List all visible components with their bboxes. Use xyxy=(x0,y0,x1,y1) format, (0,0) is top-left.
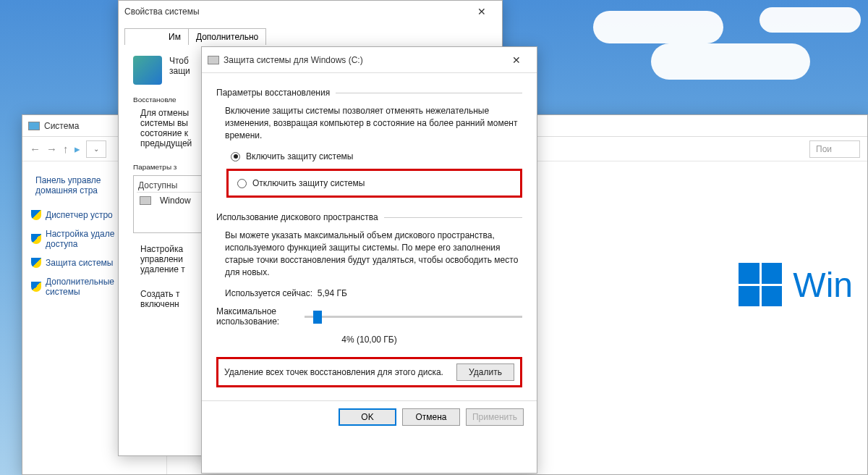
breadcrumb-dropdown[interactable]: ⌄ xyxy=(86,140,106,158)
protect-titlebar: Защита системы для Windows (C:) ✕ xyxy=(202,47,537,73)
search-input[interactable]: Пои xyxy=(809,140,860,158)
delete-restore-points-text: Удаление всех точек восстановления для э… xyxy=(224,367,449,377)
protect-title: Защита системы для Windows (C:) xyxy=(224,55,502,65)
windows-logo-icon xyxy=(739,263,782,306)
cancel-button[interactable]: Отмена xyxy=(402,408,460,426)
props-titlebar: Свойства системы ✕ xyxy=(119,1,502,22)
shield-icon xyxy=(31,258,41,268)
disk-usage-desc: Вы можете указать максимальный объем дис… xyxy=(225,230,522,278)
windows-text: Win xyxy=(793,265,853,305)
shield-icon xyxy=(31,282,41,292)
slider-thumb[interactable] xyxy=(313,311,322,324)
restore-params-label: Параметры восстановления xyxy=(216,88,330,98)
highlight-delete: Удаление всех точек восстановления для э… xyxy=(216,357,522,387)
delete-button[interactable]: Удалить xyxy=(456,363,514,381)
max-usage-label: Максимальное использование: xyxy=(216,306,296,327)
back-button[interactable]: ← xyxy=(30,143,41,155)
tab-name[interactable]: Им xyxy=(124,28,188,45)
system-protection-dialog: Защита системы для Windows (C:) ✕ Параме… xyxy=(201,46,537,474)
shield-icon xyxy=(31,210,41,220)
drive-icon xyxy=(140,196,151,205)
shield-icon xyxy=(31,234,41,244)
slider-value: 4% (10,00 ГБ) xyxy=(216,334,522,346)
max-usage-slider[interactable] xyxy=(305,316,522,318)
radio-icon xyxy=(237,179,247,188)
windows-logo-block: Win xyxy=(739,263,853,306)
props-desc: Чтоб защи xyxy=(169,56,190,85)
close-button[interactable]: ✕ xyxy=(467,6,496,17)
used-value: 5,94 ГБ xyxy=(318,288,347,298)
props-tabs: Им Дополнительно xyxy=(119,22,502,45)
tab-advanced[interactable]: Дополнительно xyxy=(188,28,266,45)
dialog-buttons: OK Отмена Применить xyxy=(202,400,537,433)
breadcrumb-icon: ▸ xyxy=(75,143,80,156)
used-label: Используется сейчас: xyxy=(225,288,312,298)
radio-icon xyxy=(231,152,240,161)
props-title: Свойства системы xyxy=(124,7,467,17)
computer-icon xyxy=(28,122,40,130)
forward-button[interactable]: → xyxy=(46,143,57,155)
highlight-disable: Отключить защиту системы xyxy=(226,169,522,198)
system-protection-icon xyxy=(133,56,162,85)
radio-enable-protection[interactable]: Включить защиту системы xyxy=(216,148,522,164)
protection-intro: Включение защиты системы позволяет отмен… xyxy=(225,105,522,141)
disk-usage-label: Использование дискового пространства xyxy=(216,212,378,222)
ok-button[interactable]: OK xyxy=(339,408,396,426)
apply-button[interactable]: Применить xyxy=(466,408,524,426)
drive-icon xyxy=(208,56,219,64)
close-button[interactable]: ✕ xyxy=(502,54,531,66)
up-button[interactable]: ↑ xyxy=(63,143,69,155)
radio-disable-protection[interactable]: Отключить защиту системы xyxy=(234,175,514,191)
